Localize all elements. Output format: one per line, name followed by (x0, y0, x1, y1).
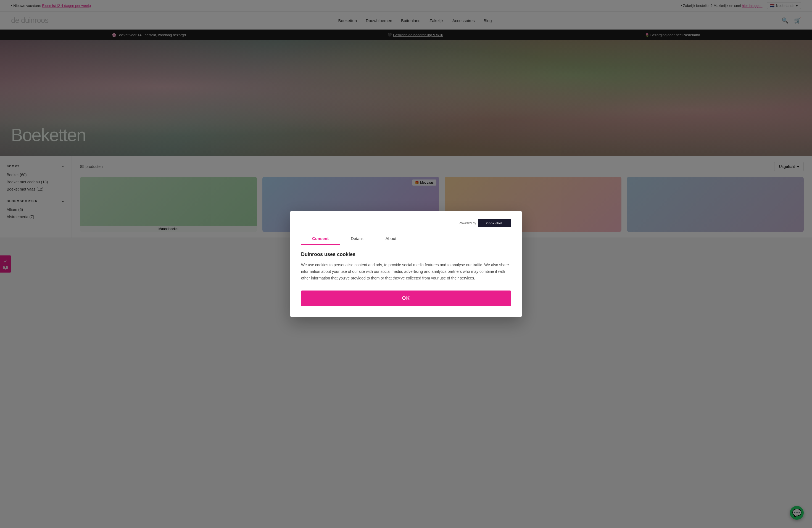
cookiebot-header: Powered by Cookiebot (301, 219, 511, 227)
cookie-dialog: Powered by Cookiebot Consent Details Abo… (290, 211, 522, 237)
tab-details[interactable]: Details (340, 233, 375, 237)
tab-about[interactable]: About (375, 233, 407, 237)
cookiebot-logo: Powered by Cookiebot (459, 219, 511, 227)
cookiebot-brand: Cookiebot (487, 221, 503, 225)
cookie-tabs: Consent Details About (301, 233, 511, 237)
cookiebot-logo-box: Cookiebot (478, 219, 511, 227)
tab-consent[interactable]: Consent (301, 233, 340, 237)
powered-by-text: Powered by (459, 221, 476, 225)
cookie-overlay: Powered by Cookiebot Consent Details Abo… (0, 0, 812, 237)
